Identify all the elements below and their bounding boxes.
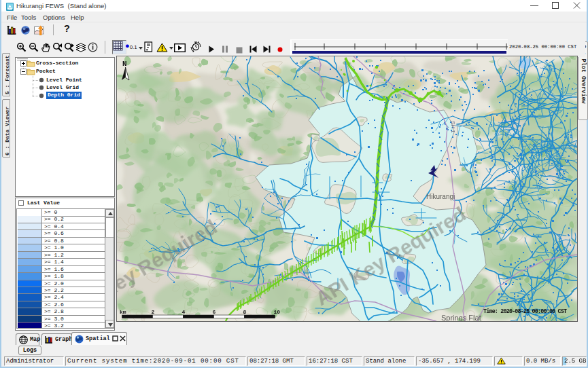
svg-text:4: 4 bbox=[182, 309, 186, 315]
svg-text:km: km bbox=[120, 309, 126, 315]
svg-text:6: 6 bbox=[213, 309, 216, 315]
svg-text:8: 8 bbox=[243, 309, 247, 315]
svg-text:SH 1: SH 1 bbox=[450, 121, 456, 133]
svg-text:Springs Flat: Springs Flat bbox=[441, 314, 481, 321]
svg-text:Time: 2020-08-25 00:00:00 CST: Time: 2020-08-25 00:00:00 CST bbox=[483, 308, 567, 315]
svg-text:2: 2 bbox=[152, 309, 155, 315]
svg-text:N: N bbox=[122, 60, 127, 68]
svg-text:Hikurangi: Hikurangi bbox=[426, 193, 455, 200]
svg-text:10: 10 bbox=[274, 309, 281, 315]
